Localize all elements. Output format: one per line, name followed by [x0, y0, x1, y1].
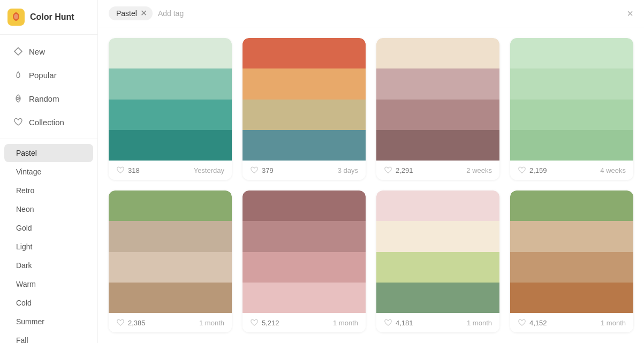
palette-footer: 4,1521 month [510, 313, 633, 332]
popular-icon [13, 70, 24, 80]
color-swatch [243, 190, 366, 221]
like-count: 379 [262, 166, 274, 174]
tag-item-gold[interactable]: Gold [4, 219, 93, 237]
nav-new-label: New [29, 47, 45, 56]
heart-icon [250, 318, 259, 327]
tag-item-warm[interactable]: Warm [4, 275, 93, 293]
tag-item-light[interactable]: Light [4, 238, 93, 256]
heart-icon [384, 166, 392, 174]
tag-item-summer[interactable]: Summer [4, 312, 93, 331]
top-bar: Pastel ✕ Add tag × [98, 0, 644, 27]
sidebar: Color Hunt New Popular [0, 0, 98, 343]
heart-icon [250, 166, 259, 174]
time-label: Yesterday [194, 166, 224, 174]
like-area[interactable]: 318 [116, 166, 140, 174]
color-swatch [376, 283, 499, 313]
palette-swatches [109, 38, 232, 161]
color-swatch [243, 283, 366, 313]
random-icon [13, 93, 24, 104]
like-area[interactable]: 2,291 [384, 166, 413, 174]
tag-item-retro[interactable]: Retro [4, 181, 93, 200]
tags-section: PastelVintageRetroNeonGoldLightDarkWarmC… [0, 139, 97, 343]
like-count: 5,212 [262, 319, 279, 327]
time-label: 1 month [333, 319, 358, 327]
palette-swatches [243, 190, 366, 313]
heart-icon [518, 318, 526, 327]
time-label: 1 month [199, 319, 224, 327]
like-count: 2,291 [396, 166, 413, 174]
like-area[interactable]: 4,181 [384, 318, 413, 327]
tag-item-neon[interactable]: Neon [4, 200, 93, 218]
palette-card[interactable]: 4,1811 month [376, 190, 499, 332]
color-swatch [243, 38, 366, 68]
main-content: Pastel ✕ Add tag × 318Yesterday3793 days… [98, 0, 644, 343]
color-swatch [109, 283, 232, 313]
palette-footer: 2,3851 month [109, 313, 232, 332]
tag-item-vintage[interactable]: Vintage [4, 163, 93, 181]
time-label: 2 weeks [466, 166, 492, 174]
palette-card[interactable]: 3793 days [243, 38, 366, 180]
like-count: 318 [128, 166, 140, 174]
diamond-icon [13, 46, 24, 57]
color-swatch [243, 68, 366, 99]
close-button[interactable]: × [627, 8, 633, 19]
palette-card[interactable]: 2,3851 month [109, 190, 232, 332]
like-area[interactable]: 379 [250, 166, 274, 174]
tag-item-cold[interactable]: Cold [4, 294, 93, 312]
color-swatch [243, 100, 366, 130]
like-area[interactable]: 5,212 [250, 318, 279, 327]
like-area[interactable]: 2,385 [116, 318, 146, 327]
like-count: 2,159 [529, 166, 547, 174]
app-title: Color Hunt [30, 12, 74, 22]
time-label: 1 month [601, 319, 626, 327]
svg-point-2 [18, 77, 19, 78]
nav-popular-label: Popular [29, 71, 57, 80]
palette-footer: 318Yesterday [109, 161, 232, 180]
palette-card[interactable]: 2,2912 weeks [376, 38, 499, 180]
like-area[interactable]: 2,159 [518, 166, 547, 174]
like-count: 2,385 [128, 319, 146, 327]
color-swatch [510, 100, 633, 130]
sidebar-item-collection[interactable]: Collection [4, 111, 93, 133]
tag-item-fall[interactable]: Fall [4, 331, 93, 343]
heart-outline-icon [13, 117, 24, 127]
color-swatch [510, 68, 633, 99]
palette-swatches [243, 38, 366, 161]
palette-card[interactable]: 318Yesterday [109, 38, 232, 180]
sidebar-item-new[interactable]: New [4, 40, 93, 63]
like-area[interactable]: 4,152 [518, 318, 547, 327]
palette-swatches [109, 190, 232, 313]
palette-footer: 5,2121 month [243, 313, 366, 332]
palette-footer: 2,2912 weeks [376, 161, 499, 180]
sidebar-item-popular[interactable]: Popular [4, 64, 93, 86]
heart-icon [116, 318, 125, 327]
color-swatch [510, 252, 633, 283]
time-label: 4 weeks [600, 166, 626, 174]
palette-card[interactable]: 5,2121 month [243, 190, 366, 332]
color-swatch [109, 68, 232, 99]
logo[interactable]: Color Hunt [0, 0, 97, 35]
color-swatch [376, 38, 499, 68]
palette-card[interactable]: 2,1594 weeks [510, 38, 633, 180]
color-swatch [376, 252, 499, 283]
color-swatch [510, 190, 633, 221]
active-tag-label: Pastel [116, 9, 137, 18]
color-swatch [376, 68, 499, 99]
svg-point-1 [14, 14, 18, 19]
color-swatch [109, 38, 232, 68]
add-tag-input[interactable]: Add tag [158, 9, 184, 18]
time-label: 1 month [467, 319, 492, 327]
sidebar-item-random[interactable]: Random [4, 87, 93, 110]
remove-tag-button[interactable]: ✕ [140, 9, 147, 18]
color-swatch [109, 100, 232, 130]
tag-item-dark[interactable]: Dark [4, 256, 93, 275]
color-swatch [376, 190, 499, 221]
active-tag-chip[interactable]: Pastel ✕ [109, 6, 153, 20]
color-swatch [510, 130, 633, 161]
color-swatch [376, 100, 499, 130]
like-count: 4,181 [396, 319, 413, 327]
palette-card[interactable]: 4,1521 month [510, 190, 633, 332]
tag-item-pastel[interactable]: Pastel [4, 144, 93, 162]
nav-random-label: Random [29, 94, 59, 103]
color-swatch [109, 252, 232, 283]
